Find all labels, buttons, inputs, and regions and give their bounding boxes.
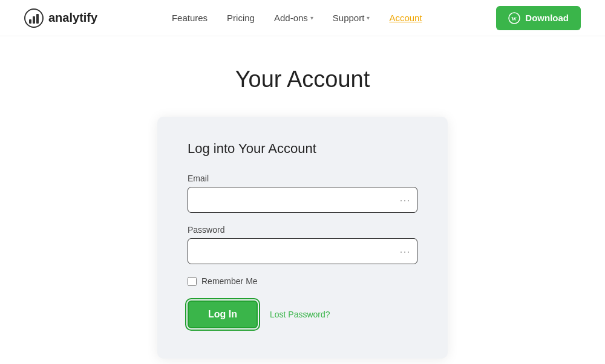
remember-me-checkbox[interactable] — [188, 277, 197, 286]
wordpress-icon: W — [508, 12, 520, 24]
logo-text: analytify — [48, 11, 97, 25]
nav-pricing[interactable]: Pricing — [227, 13, 255, 23]
password-input[interactable] — [188, 238, 417, 264]
nav-addons[interactable]: Add-ons ▾ — [274, 13, 313, 23]
chevron-down-icon: ▾ — [367, 15, 370, 21]
svg-rect-2 — [33, 16, 35, 24]
login-card: Log into Your Account Email ⋯ Password ⋯… — [157, 117, 448, 359]
email-label: Email — [188, 174, 417, 183]
logo[interactable]: analytify — [24, 8, 97, 28]
download-button[interactable]: W Download — [496, 6, 581, 30]
password-autofill-icon[interactable]: ⋯ — [399, 245, 410, 258]
login-button[interactable]: Log In — [188, 301, 258, 328]
lost-password-link[interactable]: Lost Password? — [270, 310, 330, 319]
site-header: analytify Features Pricing Add-ons ▾ Sup… — [0, 0, 605, 36]
login-card-title: Log into Your Account — [188, 141, 417, 157]
main-content: Your Account Log into Your Account Email… — [0, 36, 605, 359]
svg-rect-3 — [36, 14, 39, 24]
nav-features[interactable]: Features — [172, 13, 208, 23]
email-input[interactable] — [188, 187, 417, 213]
remember-me-label: Remember Me — [201, 276, 258, 286]
email-form-group: Email ⋯ — [188, 174, 417, 213]
logo-icon — [24, 8, 44, 28]
page-title: Your Account — [235, 67, 370, 93]
svg-rect-1 — [29, 19, 31, 24]
email-input-wrapper: ⋯ — [188, 187, 417, 213]
chevron-down-icon: ▾ — [310, 15, 313, 21]
email-autofill-icon[interactable]: ⋯ — [399, 193, 410, 207]
remember-me-row: Remember Me — [188, 276, 417, 286]
form-actions: Log In Lost Password? — [188, 301, 417, 328]
main-nav: Features Pricing Add-ons ▾ Support ▾ Acc… — [172, 13, 422, 23]
nav-support[interactable]: Support ▾ — [333, 13, 370, 23]
password-input-wrapper: ⋯ — [188, 238, 417, 264]
nav-account[interactable]: Account — [389, 13, 422, 23]
svg-text:W: W — [511, 16, 517, 22]
password-form-group: Password ⋯ — [188, 225, 417, 264]
password-label: Password — [188, 225, 417, 235]
